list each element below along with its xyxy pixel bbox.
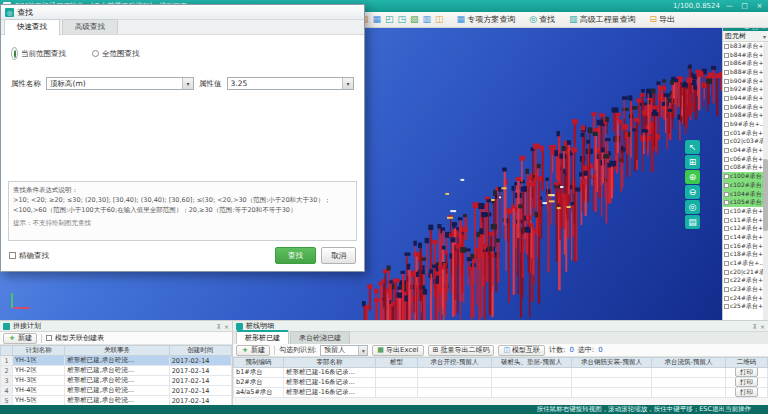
tree-item[interactable]: c10#承台+... <box>723 207 763 216</box>
checkbox-icon[interactable] <box>724 131 729 136</box>
tree-item[interactable]: c20|c21#承... <box>723 268 763 277</box>
detail-new-button[interactable]: ＋ 新建 <box>236 345 270 356</box>
tree-item[interactable]: c14#承台+... <box>723 233 763 242</box>
pin-icon[interactable]: ⊼ <box>217 323 221 330</box>
undo-icon[interactable]: ◰ <box>385 14 394 25</box>
checkbox-icon[interactable] <box>724 157 729 162</box>
detail-col-7[interactable]: 二维码 <box>726 358 768 368</box>
tree-item[interactable]: c23#承台+... <box>723 285 763 294</box>
tree-item[interactable]: b98#承台+... <box>723 112 763 121</box>
select-tool[interactable]: ↖ <box>685 140 700 154</box>
zoom-out-tool[interactable]: ⊖ <box>685 185 700 199</box>
tree-item[interactable]: c11#承台+... <box>723 216 763 225</box>
advanced-quantity-query-button[interactable]: ▥高级工程量查询 <box>564 13 641 26</box>
detail-row[interactable]: b2#承台桩形桩已建-16条记录...打印 <box>234 378 768 388</box>
export-qr-button[interactable]: ⊞ 批量导出二维码 <box>428 345 495 356</box>
detail-col-4[interactable]: 破桩头、垫层-预留人 <box>492 358 572 368</box>
checkbox-icon[interactable] <box>724 113 729 118</box>
checkbox-icon[interactable] <box>724 287 729 292</box>
redo-icon[interactable]: ◳ <box>398 14 407 25</box>
checkbox-icon[interactable] <box>724 61 729 66</box>
checkbox-icon[interactable] <box>724 261 729 266</box>
save-icon[interactable]: ▦ <box>373 14 382 25</box>
cancel-button[interactable]: 取消 <box>321 247 356 264</box>
tree-item[interactable]: c105#承台+... <box>723 198 763 207</box>
checkbox-icon[interactable] <box>724 209 729 214</box>
checkbox-icon[interactable] <box>724 296 729 301</box>
checkbox-icon[interactable] <box>724 304 729 309</box>
checkbox-icon[interactable] <box>724 200 729 205</box>
pan-tool[interactable]: ⊞ <box>685 155 700 169</box>
tree-item[interactable]: c104#承台+... <box>723 190 763 199</box>
measure-icon[interactable]: ▧ <box>410 14 419 25</box>
plan-row[interactable]: 1YH-1区桩形桩已建,承台砼浇...2017-02-14 <box>1 356 232 366</box>
print-button[interactable]: 打印 <box>735 388 758 398</box>
tree-item[interactable]: c22#承台+... <box>723 277 763 286</box>
plan-row[interactable]: 3YH-3区桩形桩已建,承台砼浇...2017-02-14 <box>1 376 232 386</box>
scope-radio-1[interactable]: 全范围查找 <box>92 49 140 59</box>
tree-scrollbar-thumb[interactable] <box>763 159 768 231</box>
plan-option-checkbox[interactable]: 模型关联创建表 <box>46 333 104 343</box>
close-icon[interactable]: × <box>224 323 229 330</box>
plan-row[interactable]: 2YH-2区桩形桩已建,承台砼浇...2017-02-14 <box>1 366 232 376</box>
filter-dropdown[interactable]: 预留人 ▾ <box>320 345 368 356</box>
detail-col-2[interactable]: 桩型 <box>376 358 418 368</box>
checkbox-icon[interactable] <box>724 192 729 197</box>
tree-item[interactable]: c102#承台+... <box>723 181 763 190</box>
tree-item[interactable]: b88#承台+... <box>723 68 763 77</box>
checkbox-icon[interactable] <box>724 139 729 144</box>
plan-col-1[interactable]: 关联事务 <box>65 346 169 356</box>
plan-col-2[interactable]: 创建时间 <box>169 346 231 356</box>
checkbox-icon[interactable] <box>724 53 729 58</box>
checkbox-icon[interactable] <box>724 226 729 231</box>
detail-row[interactable]: a4/a5#承台桩形桩已建-16条记录...打印 <box>234 388 768 398</box>
checkbox-icon[interactable] <box>724 252 729 257</box>
tree-item[interactable]: b9#承台+... <box>723 120 763 129</box>
dialog-tab-1[interactable]: 高级查找 <box>62 19 118 34</box>
zoom-in-tool[interactable]: ⊕ <box>685 170 700 184</box>
model-link-button[interactable]: ◫ 模型互联 <box>498 345 545 356</box>
tree-item[interactable]: c01#承台+... <box>723 129 763 138</box>
plan-col-0[interactable]: 计划名称 <box>13 346 65 356</box>
close-button[interactable]: × <box>754 2 765 10</box>
fit-view-tool[interactable]: ◎ <box>685 200 700 214</box>
checkbox-icon[interactable] <box>724 44 729 49</box>
detail-col-0[interactable]: 预制编码 <box>234 358 284 368</box>
scope-radio-0[interactable]: 当前范围查找 <box>11 47 66 60</box>
find-button[interactable]: ◎查找 <box>524 13 560 26</box>
pin-icon[interactable]: ⊼ <box>753 323 757 330</box>
property-value-select[interactable]: 3.25 ▾ <box>227 77 355 90</box>
detail-col-1[interactable]: 零部名称 <box>284 358 376 368</box>
tree-item[interactable]: b94#承台+... <box>723 94 763 103</box>
checkbox-icon[interactable] <box>724 148 729 153</box>
checkbox-icon[interactable] <box>724 174 729 179</box>
checkbox-icon[interactable] <box>724 235 729 240</box>
property-name-select[interactable]: 顶标高(m) ▾ <box>46 77 194 90</box>
detail-tab-1[interactable]: 承台砼浇已建 <box>290 331 350 344</box>
checkbox-icon[interactable] <box>724 105 729 110</box>
plan-row[interactable]: 5YH-5区桩形桩已建,承台砼浇...2017-02-14 <box>1 396 232 406</box>
maximize-button[interactable]: □ <box>739 2 750 10</box>
find-dialog-titlebar[interactable]: ◎ 查找 <box>1 5 364 20</box>
checkbox-icon[interactable] <box>724 122 729 127</box>
detail-col-6[interactable]: 承台浇筑-预留人 <box>652 358 726 368</box>
checkbox-icon[interactable] <box>724 96 729 101</box>
checkbox-icon[interactable] <box>724 70 729 75</box>
checkbox-icon[interactable] <box>724 165 729 170</box>
tree-item[interactable]: c100#承台+... <box>723 172 763 181</box>
tree-item[interactable]: b83#承台+... <box>723 42 763 51</box>
dialog-tab-0[interactable]: 快速查找 <box>4 19 60 35</box>
tree-item[interactable]: c1#承台+... <box>723 259 763 268</box>
minimize-button[interactable]: — <box>724 2 735 10</box>
tree-item[interactable]: c25#承台+... <box>723 303 763 312</box>
detail-tab-0[interactable]: 桩形桩已建 <box>236 330 289 344</box>
plan-row[interactable]: 4YH-4区桩形桩已建,承台砼浇...2017-02-14 <box>1 386 232 396</box>
close-icon[interactable]: × <box>760 323 765 330</box>
tree-item[interactable]: c24#承台+... <box>723 294 763 303</box>
chevron-down-icon[interactable]: ▾ <box>763 33 766 40</box>
tree-item[interactable]: b92#承台+... <box>723 85 763 94</box>
checkbox-icon[interactable] <box>724 270 729 275</box>
tree-item[interactable]: b96#承台+... <box>723 103 763 112</box>
checkbox-icon[interactable] <box>724 244 729 249</box>
find-confirm-button[interactable]: 查找 <box>275 247 316 264</box>
